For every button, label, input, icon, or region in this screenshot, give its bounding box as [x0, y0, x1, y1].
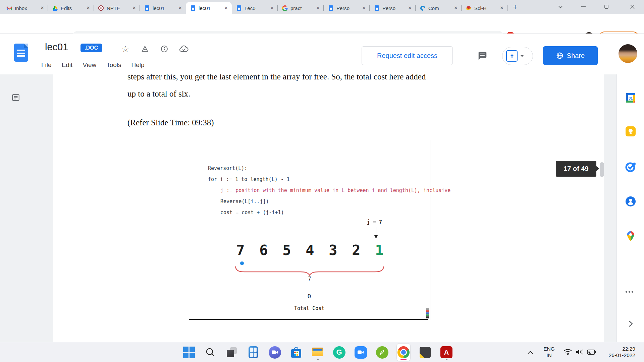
tab-close-icon[interactable]: ✕: [499, 5, 505, 11]
caret-down-icon: [520, 55, 524, 57]
panel-divider: [624, 264, 638, 264]
menu-view[interactable]: View: [83, 61, 96, 69]
gmail-icon: [6, 5, 12, 11]
comments-icon[interactable]: [476, 50, 488, 62]
comm-icon: [420, 5, 426, 11]
tab-close-icon[interactable]: ✕: [453, 5, 459, 11]
tab-lec01-doc[interactable]: lec01 ✕: [140, 2, 186, 14]
request-edit-access-button[interactable]: Request edit access: [362, 46, 453, 65]
task-view-icon[interactable]: [225, 344, 238, 361]
tab-gmail-inbox[interactable]: Inbox ✕: [2, 2, 48, 14]
document-outline-icon[interactable]: [11, 93, 20, 103]
wifi-icon[interactable]: [564, 348, 572, 357]
down-arrow-icon: [374, 227, 378, 240]
tab-close-icon[interactable]: ✕: [407, 5, 413, 11]
scrollbar-thumb[interactable]: [600, 162, 604, 177]
google-docs-logo[interactable]: [14, 44, 28, 62]
tab-title: Edits: [61, 5, 83, 11]
paragraph-line-2: up to a total of six.: [127, 89, 190, 99]
doc-format-badge: .DOC: [80, 44, 102, 52]
taskbar-clock[interactable]: 22:29 26-01-2022: [600, 346, 635, 358]
taskbar-search-icon[interactable]: [204, 344, 217, 361]
cloud-saved-icon[interactable]: [179, 44, 189, 54]
array-value: 5: [281, 242, 292, 258]
tab-close-icon[interactable]: ✕: [361, 5, 367, 11]
language-line1: ENG: [541, 346, 557, 352]
tab-close-icon[interactable]: ✕: [177, 5, 183, 11]
grammarly-app-icon[interactable]: G: [332, 344, 346, 361]
tabs: Inbox ✕ Edits ✕ NPTE ✕ lec01 ✕: [2, 2, 507, 14]
microsoft-store-icon[interactable]: [289, 344, 303, 361]
hide-panel-chevron-icon[interactable]: [625, 318, 637, 330]
hidden-icons-chevron[interactable]: [527, 350, 533, 356]
google-maps-icon[interactable]: [625, 230, 637, 242]
notes-app-icon[interactable]: [418, 344, 432, 361]
new-tab-button[interactable]: +: [511, 3, 520, 12]
tab-close-icon[interactable]: ✕: [315, 5, 321, 11]
menu-edit[interactable]: Edit: [62, 61, 73, 69]
google-tasks-icon[interactable]: [625, 161, 637, 173]
tab-perso-2[interactable]: Perso ✕: [370, 2, 416, 14]
total-cost-label: Total Cost: [294, 305, 324, 311]
volume-icon[interactable]: [576, 349, 584, 357]
start-button-icon[interactable]: [182, 344, 196, 361]
account-avatar[interactable]: [619, 44, 637, 63]
tab-close-icon[interactable]: ✕: [39, 5, 45, 11]
tab-lec01-active[interactable]: lec01 ✕: [186, 2, 232, 14]
tab-close-icon[interactable]: ✕: [131, 5, 137, 11]
document-title[interactable]: lec01: [45, 42, 68, 53]
array-value: 2: [351, 242, 362, 258]
docx-mode-button[interactable]: [502, 47, 533, 65]
star-document-icon[interactable]: ☆: [121, 44, 130, 54]
tab-google-search[interactable]: pract ✕: [278, 2, 324, 14]
tab-nptel[interactable]: NPTE ✕: [94, 2, 140, 14]
google-keep-icon[interactable]: [625, 125, 637, 137]
tab-title: Perso: [336, 5, 358, 11]
widgets-icon[interactable]: [247, 344, 260, 361]
tab-scihub[interactable]: Sci-H ✕: [462, 2, 507, 14]
tab-close-icon[interactable]: ✕: [85, 5, 91, 11]
code-line: for i := 1 to length(L) - 1: [208, 174, 450, 185]
clock-date: 26-01-2022: [600, 352, 635, 358]
teams-chat-icon[interactable]: [268, 344, 281, 361]
more-addons-icon[interactable]: [626, 291, 633, 293]
language-line2: IN: [541, 352, 557, 358]
tab-close-icon[interactable]: ✕: [269, 5, 275, 11]
tab-close-icon[interactable]: ✕: [223, 5, 229, 11]
windows-taskbar: G A ENG IN: [0, 342, 644, 362]
zoom-app-icon[interactable]: [354, 344, 367, 361]
menu-file[interactable]: File: [41, 61, 52, 69]
paragraph-line-1: steps after this, you get the last eleme…: [127, 74, 426, 81]
tab-lec0[interactable]: Lec0 ✕: [232, 2, 278, 14]
share-button[interactable]: Share: [543, 46, 598, 65]
adobe-acrobat-icon[interactable]: A: [440, 344, 453, 361]
docs-icon: [236, 5, 242, 11]
pen-app-icon[interactable]: [375, 344, 389, 361]
document-status-info-icon[interactable]: [160, 44, 169, 54]
total-cost-value: 0: [305, 293, 314, 300]
code-line-highlighted: j := position with the minimum value in …: [220, 185, 450, 196]
code-line: Reversort(L):: [208, 163, 450, 174]
tab-com[interactable]: Com ✕: [416, 2, 462, 14]
google-calendar-icon[interactable]: 31: [625, 92, 637, 104]
language-indicator[interactable]: ENG IN: [541, 346, 557, 358]
battery-saver-icon[interactable]: [587, 349, 596, 356]
browser-toolbar: docs.google.com/document/d/1ZU2oWWIUcPTm…: [0, 14, 644, 34]
tab-title: lec01: [199, 5, 220, 11]
array-value: 3: [327, 242, 339, 258]
menu-tools[interactable]: Tools: [106, 61, 121, 69]
tab-perso-1[interactable]: Perso ✕: [324, 2, 370, 14]
docs-icon: [144, 5, 150, 11]
chrome-taskbar-icon[interactable]: [397, 344, 410, 361]
pointer-label: j = 7: [367, 219, 382, 225]
tab-drive-edits[interactable]: Edits ✕: [48, 2, 94, 14]
google-contacts-icon[interactable]: [625, 195, 637, 207]
tab-search-chevron-icon[interactable]: [553, 0, 568, 13]
file-explorer-icon[interactable]: [311, 344, 324, 361]
move-to-drive-icon[interactable]: [140, 44, 150, 54]
menu-help[interactable]: Help: [131, 61, 145, 69]
window-maximize-button[interactable]: [599, 0, 614, 13]
slide-right-border: [430, 140, 430, 320]
window-minimize-button[interactable]: [576, 0, 591, 13]
window-close-button[interactable]: [623, 0, 642, 13]
